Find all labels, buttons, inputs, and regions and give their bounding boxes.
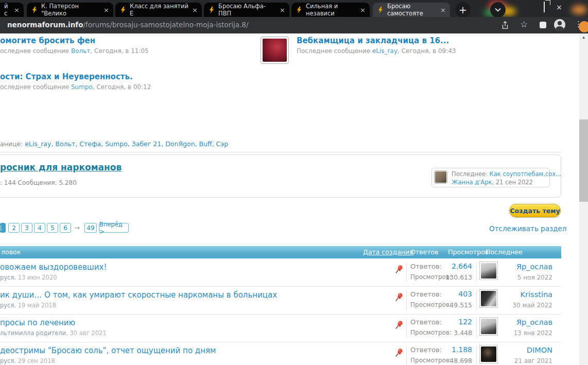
lastpost-date: , 21 сен 2022 — [492, 179, 532, 186]
node-thread-title[interactable]: ости: Страх и Неуверенность. — [0, 72, 133, 81]
tab-close-icon[interactable]: × — [360, 6, 366, 14]
lastpost-avatar[interactable] — [434, 170, 447, 184]
forum-favicon-icon — [119, 6, 127, 13]
row-last-user[interactable]: Яр_ослав — [501, 318, 552, 326]
row-avatar[interactable] — [479, 289, 498, 308]
restore-button[interactable] — [544, 2, 545, 12]
online-users-line: анице: eLis_ray, Вольт, Стефа, Sumpo, За… — [0, 140, 228, 148]
side-panel-button[interactable] — [540, 22, 546, 28]
starter-user[interactable]: руся — [0, 302, 14, 309]
bookmark-button[interactable]: ☆ — [520, 19, 528, 29]
page-link[interactable]: 5 — [47, 223, 58, 233]
column-header-replies[interactable]: Ответов — [410, 246, 438, 258]
avatar-image — [263, 39, 287, 62]
thread-title[interactable]: просы по лечению — [0, 318, 75, 327]
share-button[interactable] — [500, 21, 510, 32]
last-message-label: Последнее сообщение — [297, 47, 372, 55]
last-message-user[interactable]: Вольт — [71, 47, 90, 55]
row-last-user[interactable]: Яр_ослав — [501, 263, 552, 271]
divider — [476, 318, 477, 338]
address-bar[interactable]: nenormaforum.info/forums/brosaju-samosto… — [7, 21, 248, 29]
column-header-title: ловок — [1, 246, 21, 258]
thread-starter: руся, 29 сен 2018 — [0, 357, 55, 364]
lastpost-line2: Жанна д'Арк, 21 сен 2022 — [452, 179, 533, 186]
scrollbar-thumb[interactable] — [579, 119, 588, 202]
thread-starter: руся, 13 июн 2020 — [0, 274, 57, 281]
replies-value: 403 — [443, 290, 472, 298]
online-users-list[interactable]: eLis_ray, Вольт, Стефа, Sumpo, Забег 21,… — [25, 140, 228, 148]
tab-strip: й с × К. Патерсон "Велико × Класс для за… — [0, 0, 588, 17]
row-last-user[interactable]: Krisstina — [501, 290, 552, 299]
row-avatar[interactable] — [479, 262, 498, 280]
profile-avatar-icon — [554, 19, 565, 30]
starter-user[interactable]: льтимилла родители — [0, 329, 66, 337]
tab-search-button[interactable] — [490, 2, 506, 17]
avatar-image — [481, 346, 496, 362]
close-window-button[interactable]: × — [556, 4, 562, 11]
profile-button[interactable] — [554, 19, 565, 30]
replies-label: Ответов: — [410, 346, 442, 354]
node-avatar[interactable] — [261, 37, 289, 64]
tab-4[interactable]: Сильная и независи × — [291, 3, 370, 17]
row-last-user[interactable]: DIMON — [501, 346, 552, 354]
page-next-button[interactable]: Вперёд > — [99, 223, 129, 233]
tab-close-icon[interactable]: × — [103, 6, 109, 14]
subforum-title[interactable]: росник для наркоманов — [0, 162, 122, 172]
starter-user[interactable]: руся — [0, 357, 14, 364]
pagination-gap-icon: → — [74, 224, 80, 232]
node-thread-title[interactable]: омогите бросить фен — [0, 36, 95, 45]
last-message-user[interactable]: eLis_ray — [372, 47, 397, 55]
tab-5-active[interactable]: Бросаю самостояте × — [373, 3, 450, 17]
page-link[interactable]: 3 — [21, 223, 32, 233]
page-current[interactable]: 1 — [0, 223, 6, 233]
column-header-views[interactable]: Просмотров — [448, 246, 489, 258]
tab-close-icon[interactable]: × — [192, 6, 198, 14]
tab-close-icon[interactable]: × — [440, 6, 446, 14]
thread-title[interactable]: ик души… О том, как умирают скоростные н… — [0, 290, 277, 300]
tab-close-icon[interactable]: × — [14, 6, 20, 14]
tab-label: Сильная и независи — [306, 3, 357, 17]
tab-close-icon[interactable]: × — [280, 6, 285, 14]
thread-title[interactable]: деостримы "Бросаю соль", отчет ощущений … — [0, 346, 216, 355]
starter-date: , 19 май 2018 — [14, 302, 56, 309]
lastpost-label: Последнее: — [452, 170, 490, 178]
tab-3[interactable]: Бросаю Альфа-ПВП × — [204, 3, 289, 17]
views-value: 130.613 — [443, 273, 472, 281]
node-thread-title[interactable]: Вебкамщица и закладчица в 16... — [297, 36, 449, 45]
tab-0-partial[interactable]: й с × — [0, 3, 24, 17]
tab-1[interactable]: К. Патерсон "Велико × — [27, 3, 113, 17]
page-link[interactable]: 2 — [8, 223, 20, 233]
new-tab-button[interactable]: + — [455, 2, 471, 17]
page-number: 1 — [0, 224, 3, 232]
page-link[interactable]: 4 — [34, 223, 45, 233]
views-value: 48.698 — [443, 357, 472, 364]
tab-2[interactable]: Класс для занятий Е × — [115, 3, 202, 17]
side-panel-icon — [540, 22, 546, 28]
starter-user[interactable]: руся — [0, 274, 14, 281]
page-scrollbar[interactable]: ▴ — [579, 33, 588, 365]
lastpost-user[interactable]: Жанна д'Арк — [452, 179, 492, 186]
page-link[interactable]: 6 — [60, 223, 71, 233]
last-message-user[interactable]: Sumpo — [71, 83, 93, 91]
replies-label: Ответов: — [410, 263, 442, 270]
watch-forum-link[interactable]: Отслеживать раздел — [489, 224, 561, 233]
row-avatar[interactable] — [479, 345, 498, 363]
page-link-last[interactable]: 49 — [84, 223, 97, 233]
divider — [406, 345, 407, 365]
create-topic-button[interactable]: Создать тему — [509, 204, 561, 217]
row-avatar[interactable] — [479, 317, 498, 336]
divider — [406, 318, 407, 338]
divider — [406, 290, 407, 310]
node-last-message: Последнее сообщение eLis_ray, Сегодня, в… — [297, 47, 456, 55]
row-last-date: 30 май 2022 — [501, 302, 552, 309]
scroll-up-icon[interactable]: ▴ — [579, 34, 588, 40]
online-users-label: анице: — [0, 140, 25, 148]
lastpost-thread-link[interactable]: Как соупотпебам,сох... — [490, 170, 561, 178]
thread-title[interactable]: овожаем выздоровевших! — [0, 263, 107, 272]
column-header-date[interactable]: Дата создания — [363, 246, 413, 258]
tab-label: К. Патерсон "Велико — [41, 3, 100, 17]
row-last-date: 5 ноя 2022 — [501, 274, 552, 281]
tab-label: Класс для занятий Е — [130, 3, 189, 17]
thread-table-header: ловок Дата создания Ответов Просмотров П… — [0, 246, 561, 258]
replies-label: Ответов: — [410, 290, 442, 298]
